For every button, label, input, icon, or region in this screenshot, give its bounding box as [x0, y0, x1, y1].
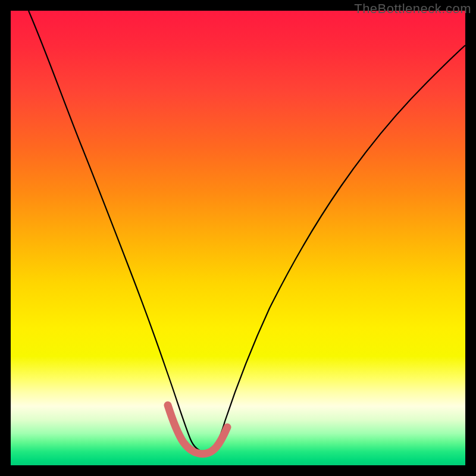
chart-curves: [11, 11, 465, 465]
watermark-text: TheBottleneck.com: [354, 1, 471, 17]
chart-gradient-plot: [11, 11, 465, 465]
optimal-zone-highlight-line: [168, 405, 227, 454]
bottleneck-curve-line: [29, 11, 465, 452]
